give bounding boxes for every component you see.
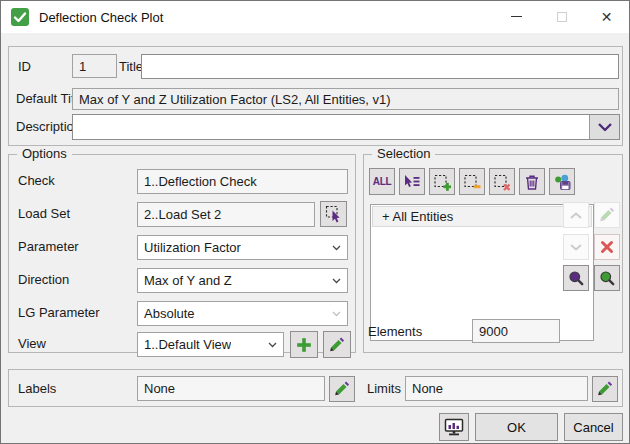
green-check-icon (11, 8, 29, 26)
limits-label: Limits (367, 381, 401, 397)
chevron-down-icon (268, 342, 277, 348)
window-controls: ✕ (494, 1, 629, 32)
load-set-label: Load Set (18, 206, 70, 222)
zoom-all-button[interactable] (594, 265, 620, 291)
labels-limits-group: Labels None Limits None (8, 369, 623, 407)
zoom-selection-button[interactable] (563, 265, 589, 291)
minimize-icon (511, 16, 522, 17)
view-label: View (18, 336, 46, 352)
direction-value: Max of Y and Z (144, 273, 232, 288)
select-all-button[interactable]: ALL (369, 168, 395, 195)
chevron-down-icon (332, 311, 341, 317)
select-cursor-icon (325, 205, 343, 223)
parameter-value: Utilization Factor (144, 240, 241, 255)
view-combobox[interactable]: 1..Default View (137, 332, 284, 357)
edit-labels-button[interactable] (329, 376, 355, 402)
chevron-down-icon (332, 245, 341, 251)
pencil-icon (328, 336, 346, 354)
save-selection-icon (553, 173, 571, 191)
title-label: Title (119, 59, 143, 75)
edit-item-button (594, 202, 620, 228)
lg-parameter-label: LG Parameter (18, 305, 100, 321)
deflection-check-plot-dialog: Deflection Check Plot ✕ ID 1 Title Defau… (0, 0, 630, 444)
check-field: 1..Deflection Check (137, 169, 348, 194)
selection-legend: Selection (372, 146, 435, 161)
add-to-selection-button[interactable] (429, 168, 455, 195)
check-label: Check (18, 173, 55, 189)
close-icon: ✕ (601, 9, 613, 25)
marquee-minus-icon (463, 173, 481, 191)
chevron-up-icon (569, 211, 583, 220)
header-group: ID 1 Title Default Title Max of Y and Z … (8, 46, 623, 146)
load-set-field: 2..Load Set 2 (137, 202, 315, 227)
lg-parameter-combobox: Absolute (137, 301, 348, 326)
select-from-list-button[interactable] (399, 168, 425, 195)
preview-plot-button[interactable] (439, 413, 469, 441)
pencil-icon (598, 206, 616, 224)
chevron-down-icon (332, 278, 341, 284)
parameter-label: Parameter (18, 239, 79, 255)
trash-icon (523, 173, 541, 191)
remove-selection-button[interactable] (489, 168, 515, 195)
description-dropdown-button[interactable] (589, 115, 619, 139)
maximize-button (539, 1, 584, 32)
elements-field: 9000 (472, 319, 560, 343)
chevron-down-icon (569, 243, 583, 252)
elements-label: Elements (368, 324, 422, 340)
move-down-button (563, 234, 589, 260)
options-group: Options Check 1..Deflection Check Load S… (8, 154, 356, 353)
red-x-icon (600, 240, 614, 254)
limits-field: None (405, 376, 588, 401)
delete-item-button[interactable] (594, 234, 620, 260)
magnifier-purple-icon (567, 269, 585, 287)
clear-selection-button[interactable] (519, 168, 545, 195)
cancel-button[interactable]: Cancel (564, 413, 623, 441)
close-button[interactable]: ✕ (584, 1, 629, 32)
magnifier-green-icon (598, 269, 616, 287)
load-set-picker-button[interactable] (320, 201, 347, 227)
minimize-button[interactable] (494, 1, 539, 32)
pencil-icon (596, 380, 614, 398)
cursor-list-icon (403, 173, 421, 191)
monitor-chart-icon (444, 418, 464, 437)
parameter-combobox[interactable]: Utilization Factor (137, 235, 348, 260)
saved-selections-button[interactable] (549, 168, 575, 195)
lg-parameter-value: Absolute (144, 306, 195, 321)
direction-label: Direction (18, 272, 69, 288)
labels-field: None (137, 376, 325, 401)
all-label: ALL (373, 176, 392, 187)
view-value: 1..Default View (144, 337, 231, 352)
edit-view-button[interactable] (323, 331, 351, 358)
description-input[interactable] (73, 115, 589, 139)
edit-limits-button[interactable] (592, 376, 618, 402)
marquee-x-icon (493, 173, 511, 191)
labels-label: Labels (18, 381, 56, 397)
id-field: 1 (72, 54, 117, 78)
ok-button[interactable]: OK (475, 413, 558, 441)
title-bar[interactable]: Deflection Check Plot ✕ (1, 1, 629, 33)
direction-combobox[interactable]: Max of Y and Z (137, 268, 348, 293)
subtract-from-selection-button[interactable] (459, 168, 485, 195)
options-legend: Options (17, 146, 72, 161)
default-title-field: Max of Y and Z Utilization Factor (LS2, … (72, 88, 619, 110)
id-label: ID (18, 59, 31, 75)
plus-icon (295, 336, 313, 354)
window-title: Deflection Check Plot (39, 10, 163, 25)
chevron-down-icon (597, 122, 613, 132)
pencil-icon (333, 380, 351, 398)
selection-group: Selection ALL (363, 154, 623, 353)
list-item[interactable]: + All Entities (372, 206, 592, 227)
description-field-wrap (72, 114, 620, 140)
move-up-button (563, 202, 589, 228)
marquee-plus-icon (433, 173, 451, 191)
add-view-button[interactable] (290, 331, 318, 358)
maximize-icon (557, 12, 567, 22)
title-input[interactable] (141, 54, 619, 79)
